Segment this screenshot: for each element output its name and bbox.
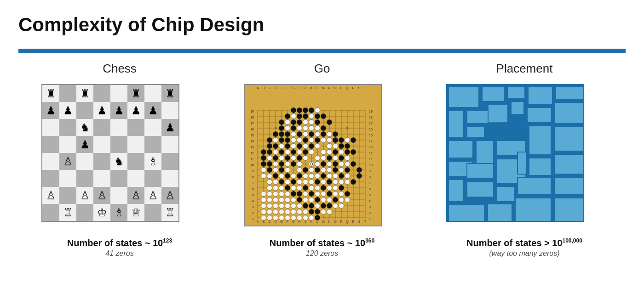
chess-cell: ♜	[42, 85, 59, 102]
go-stat: Number of states ~ 10360 120 zeros	[270, 237, 374, 258]
svg-point-299	[345, 180, 350, 185]
svg-text:9: 9	[252, 169, 254, 173]
go-stat-sub: 120 zeros	[270, 249, 374, 258]
chess-cell	[42, 119, 59, 136]
svg-text:G: G	[292, 220, 294, 223]
svg-point-128	[285, 114, 290, 119]
svg-point-353	[273, 215, 278, 220]
svg-text:6: 6	[252, 187, 254, 191]
svg-text:2: 2	[252, 211, 254, 214]
chess-cell: ♕	[127, 204, 144, 221]
svg-point-149	[279, 138, 284, 143]
svg-point-224	[285, 120, 290, 125]
svg-point-285	[309, 174, 314, 179]
chess-cell	[93, 119, 110, 136]
placement-board	[446, 84, 584, 222]
svg-point-275	[297, 168, 302, 173]
svg-text:10: 10	[250, 164, 254, 167]
svg-text:8: 8	[252, 175, 254, 179]
svg-text:O: O	[334, 86, 337, 90]
chess-cell	[161, 136, 178, 153]
svg-point-324	[291, 197, 296, 203]
svg-point-342	[267, 209, 272, 214]
chess-cell	[144, 85, 161, 102]
svg-point-214	[303, 203, 308, 209]
svg-text:13: 13	[369, 146, 373, 149]
svg-point-142	[279, 132, 284, 137]
svg-point-320	[267, 197, 272, 203]
svg-point-244	[291, 144, 296, 149]
placement-rect	[517, 152, 527, 175]
svg-text:L: L	[316, 220, 318, 223]
chess-cell: ♟	[110, 102, 127, 119]
svg-point-178	[267, 162, 272, 167]
svg-text:2: 2	[369, 211, 371, 214]
svg-point-296	[321, 180, 326, 185]
svg-point-331	[261, 203, 266, 209]
svg-text:17: 17	[250, 122, 254, 125]
svg-point-126	[303, 108, 308, 113]
svg-point-193	[297, 174, 302, 179]
svg-point-176	[339, 156, 344, 161]
svg-point-219	[315, 209, 320, 214]
placement-rect	[496, 186, 515, 202]
svg-point-195	[339, 174, 344, 179]
svg-text:A: A	[257, 220, 259, 223]
svg-point-345	[285, 209, 290, 214]
svg-point-125	[297, 108, 302, 113]
svg-point-293	[297, 180, 302, 185]
placement-rect	[448, 110, 464, 138]
chess-cell: ♙	[161, 187, 178, 204]
svg-text:13: 13	[250, 146, 254, 149]
svg-point-359	[309, 215, 314, 220]
placement-rect	[448, 179, 464, 202]
svg-text:11: 11	[250, 158, 254, 161]
svg-point-327	[321, 197, 326, 203]
svg-text:O: O	[334, 220, 337, 223]
svg-point-284	[303, 174, 308, 179]
svg-point-245	[303, 144, 308, 149]
svg-point-132	[321, 114, 326, 119]
chess-cell: ♙	[59, 153, 76, 170]
svg-point-279	[339, 168, 344, 173]
chess-cell: ♜	[127, 85, 144, 102]
svg-point-281	[267, 174, 272, 179]
svg-text:8: 8	[369, 175, 371, 179]
placement-rect	[482, 86, 505, 102]
placement-rect	[554, 102, 584, 124]
chess-cell: ♟	[144, 102, 161, 119]
placement-stat-sub: (way too many zeros)	[466, 249, 582, 258]
svg-point-347	[297, 209, 302, 214]
placement-rect	[466, 126, 485, 138]
svg-point-303	[291, 186, 296, 191]
chess-board: ♜♜♜♜♟♟♟♟♟♟♞♟♟♙♞♗♙♙♙♙♙♙♖♔♗♕♖	[41, 84, 179, 222]
svg-point-354	[279, 215, 284, 220]
svg-point-283	[291, 174, 296, 179]
placement-rect	[448, 140, 473, 158]
chess-cell	[127, 170, 144, 187]
svg-point-203	[303, 186, 308, 191]
chess-cell	[59, 170, 76, 187]
svg-text:E: E	[281, 86, 283, 90]
svg-point-270	[339, 162, 344, 167]
svg-point-290	[267, 180, 272, 185]
svg-point-134	[291, 120, 296, 125]
svg-point-286	[315, 174, 320, 179]
svg-point-191	[273, 174, 278, 179]
svg-point-314	[303, 192, 308, 197]
go-stat-main: Number of states ~ 10360	[270, 237, 374, 248]
chess-cell	[93, 170, 110, 187]
svg-point-316	[321, 192, 326, 197]
svg-text:D: D	[274, 220, 276, 223]
svg-point-146	[321, 132, 326, 137]
svg-text:16: 16	[250, 128, 254, 131]
svg-text:T: T	[364, 86, 367, 90]
svg-point-272	[261, 168, 266, 173]
svg-point-141	[273, 132, 278, 137]
svg-point-323	[285, 197, 290, 203]
svg-point-152	[315, 138, 320, 143]
svg-point-358	[303, 215, 308, 220]
svg-point-133	[279, 120, 284, 125]
chess-column: Chess ♜♜♜♜♟♟♟♟♟♟♞♟♟♙♞♗♙♙♙♙♙♙♖♔♗♕♖ Number…	[18, 49, 221, 258]
placement-stat-main: Number of states > 10100,000	[466, 237, 582, 248]
